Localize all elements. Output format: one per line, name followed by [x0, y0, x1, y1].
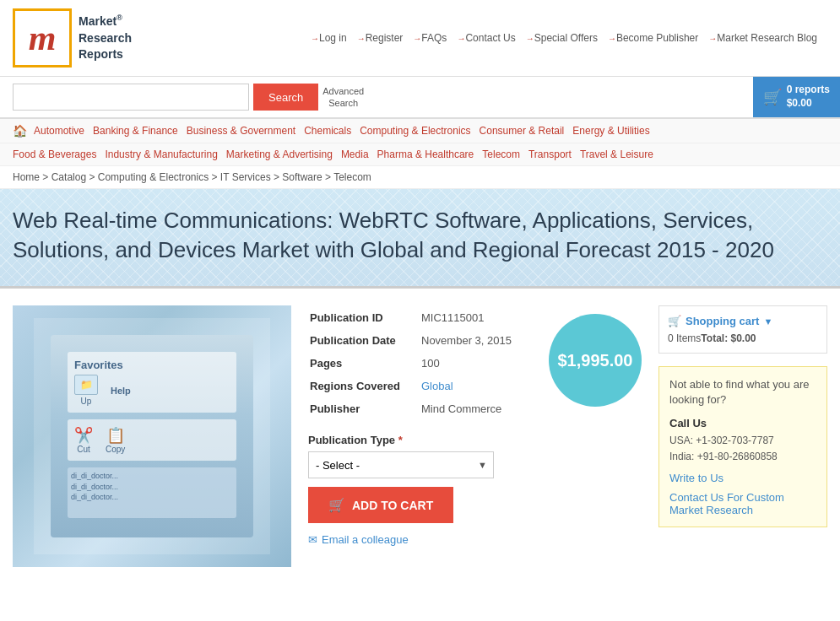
- cat-telecom[interactable]: Telecom: [482, 148, 520, 160]
- publication-type-select[interactable]: - Select -: [308, 451, 494, 478]
- cart-widget[interactable]: 🛒 0 reports$0.00: [753, 77, 840, 117]
- regions-label: Regions Covered: [310, 375, 420, 397]
- cart-info: 0 ItemsTotal: $0.00: [668, 332, 818, 344]
- pub-date-row: Publication Date November 3, 2015: [310, 330, 530, 351]
- breadcrumb-it[interactable]: IT Services: [220, 171, 271, 183]
- logo-letter: m: [29, 18, 57, 58]
- cart-icon: 🛒: [763, 88, 782, 106]
- arrow-icon: →: [608, 34, 616, 43]
- regions-value[interactable]: Global: [421, 380, 453, 392]
- cat-computing[interactable]: Computing & Electronics: [360, 125, 470, 137]
- product-image: Favorites 📁 Up Help: [13, 305, 291, 567]
- pages-label: Pages: [310, 353, 420, 374]
- cat-travel[interactable]: Travel & Leisure: [580, 148, 653, 160]
- pages-row: Pages 100: [310, 353, 530, 374]
- phone-usa: USA: +1-302-703-7787 India: +91-80-26860…: [669, 433, 816, 465]
- cat-media[interactable]: Media: [341, 148, 369, 160]
- cat-industry[interactable]: Industry & Manufacturing: [105, 148, 217, 160]
- cat-business[interactable]: Business & Government: [187, 125, 295, 137]
- cat-food[interactable]: Food & Beverages: [13, 148, 96, 160]
- publication-type-select-wrapper: - Select - ▼: [308, 451, 494, 478]
- search-button[interactable]: Search: [253, 84, 318, 111]
- pub-type-label: Publication Type *: [308, 434, 532, 446]
- arrow-icon: →: [708, 34, 717, 43]
- add-to-cart-button[interactable]: 🛒 ADD TO CART: [308, 487, 453, 523]
- breadcrumb-software[interactable]: Software: [282, 171, 322, 183]
- call-us-title: Call Us: [669, 417, 816, 429]
- cat-transport[interactable]: Transport: [528, 148, 572, 160]
- cart-widget-icon: 🛒: [668, 315, 681, 327]
- arrow-icon: →: [526, 34, 534, 43]
- nav-faqs[interactable]: FAQs: [421, 32, 447, 44]
- arrow-icon: →: [311, 34, 319, 43]
- product-details: Publication ID MIC1115001 Publication Da…: [308, 305, 642, 567]
- logo-text: Market® Research Reports: [79, 13, 132, 62]
- product-title: Web Real-time Communications: WebRTC Sof…: [13, 206, 827, 265]
- pub-date-value: November 3, 2015: [421, 330, 530, 351]
- cat-pharma[interactable]: Pharma & Healthcare: [377, 148, 474, 160]
- nav-register[interactable]: Register: [366, 32, 404, 44]
- logo-line2: Research: [79, 31, 132, 45]
- arrow-icon: →: [457, 34, 465, 43]
- breadcrumb-computing[interactable]: Computing & Electronics: [98, 171, 209, 183]
- breadcrumb: Home > Catalog > Computing & Electronics…: [0, 166, 840, 189]
- cat-chemicals[interactable]: Chemicals: [304, 125, 351, 137]
- arrow-icon: →: [357, 34, 366, 43]
- pages-value: 100: [421, 353, 530, 374]
- logo-line3: Reports: [79, 47, 123, 61]
- breadcrumb-home[interactable]: Home: [13, 171, 40, 183]
- nav-publisher[interactable]: Become Publisher: [616, 32, 698, 44]
- logo-box: m: [13, 8, 72, 68]
- logo-line1: Market: [79, 14, 117, 28]
- pub-id-value: MIC1115001: [421, 307, 530, 328]
- pub-date-label: Publication Date: [310, 330, 420, 351]
- regions-row: Regions Covered Global: [310, 375, 530, 397]
- breadcrumb-catalog[interactable]: Catalog: [51, 171, 86, 183]
- help-title: Not able to find what you are looking fo…: [669, 377, 816, 408]
- price-badge: $1,995.00: [549, 314, 642, 407]
- write-to-us-link[interactable]: Write to Us: [669, 472, 816, 484]
- search-input[interactable]: [13, 84, 249, 111]
- add-cart-icon: 🛒: [328, 497, 345, 513]
- cat-automotive[interactable]: Automotive: [34, 125, 84, 137]
- pub-id-label: Publication ID: [310, 307, 420, 328]
- cat-banking[interactable]: Banking & Finance: [93, 125, 178, 137]
- nav-offers[interactable]: Special Offers: [534, 32, 598, 44]
- publisher-value: Mind Commerce: [421, 398, 530, 419]
- breadcrumb-telecom[interactable]: Telecom: [333, 171, 371, 183]
- cat-energy[interactable]: Energy & Utilities: [572, 125, 649, 137]
- cart-label: 0 reports$0.00: [787, 84, 830, 110]
- email-icon: ✉: [308, 533, 317, 546]
- cart-dropdown-icon: ▼: [763, 316, 772, 327]
- right-column: 🛒 Shopping cart ▼ 0 ItemsTotal: $0.00 No…: [658, 305, 827, 567]
- pub-id-row: Publication ID MIC1115001: [310, 307, 530, 328]
- nav-blog[interactable]: Market Research Blog: [717, 32, 817, 44]
- cat-consumer[interactable]: Consumer & Retail: [480, 125, 565, 137]
- cat-marketing[interactable]: Marketing & Advertising: [226, 148, 333, 160]
- advanced-search-link[interactable]: AdvancedSearch: [322, 85, 364, 110]
- email-colleague-link[interactable]: ✉ Email a colleague: [308, 533, 532, 546]
- help-widget: Not able to find what you are looking fo…: [658, 366, 827, 527]
- nav-contact[interactable]: Contact Us: [465, 32, 515, 44]
- nav-login[interactable]: Log in: [319, 32, 347, 44]
- publisher-row: Publisher Mind Commerce: [310, 398, 530, 419]
- custom-research-link[interactable]: Contact Us For Custom Market Research: [669, 491, 816, 516]
- arrow-icon: →: [413, 34, 421, 43]
- publisher-label: Publisher: [310, 398, 420, 419]
- home-icon[interactable]: 🏠: [13, 124, 27, 138]
- shopping-cart-widget[interactable]: 🛒 Shopping cart ▼ 0 ItemsTotal: $0.00: [658, 305, 827, 354]
